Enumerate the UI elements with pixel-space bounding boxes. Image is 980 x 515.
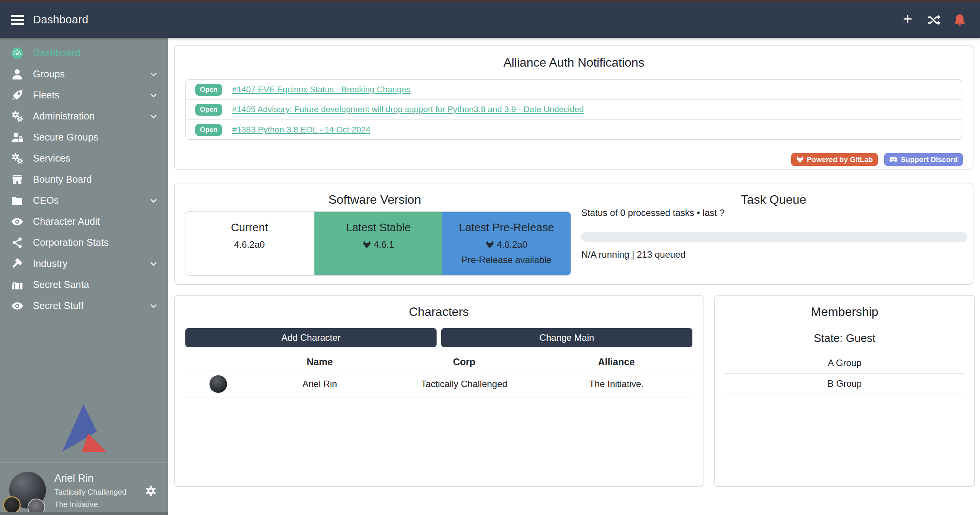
version-prerelease-label: Latest Pre-Release (442, 221, 571, 234)
shuffle-icon[interactable] (926, 12, 942, 28)
membership-state: State: Guest (715, 332, 974, 345)
task-queue-progressbar (581, 232, 967, 242)
sidebar-item-industry[interactable]: Industry (0, 253, 168, 274)
alliance-auth-logo (61, 404, 106, 453)
sidebar-item-services[interactable]: Services (0, 148, 168, 169)
task-queue-counts: N/A running | 213 queued (581, 249, 686, 260)
header-corp: Corp (388, 356, 540, 368)
chevron-down-icon (149, 111, 159, 121)
status-badge: Open (195, 84, 222, 96)
sidebar-item-label: Administration (33, 111, 95, 122)
chevron-down-icon (149, 90, 159, 100)
sidebar-item-corporation-stats[interactable]: Corporation Stats (0, 232, 168, 253)
cell-character-corp: Tactically Challenged (388, 379, 540, 389)
notifications-bell-icon[interactable] (952, 12, 968, 28)
characters-table: Name Corp Alliance Ariel Rin Tactically … (185, 353, 692, 397)
support-discord-badge[interactable]: Support Discord (884, 153, 963, 166)
notification-link[interactable]: #1383 Python 3.8 EOL - 14 Oct 2024 (232, 125, 370, 135)
folder-icon (11, 194, 24, 207)
sidebar-item-label: Industry (33, 258, 68, 269)
characters-title: Characters (175, 305, 703, 319)
change-main-button[interactable]: Change Main (441, 328, 692, 347)
cogs-icon (11, 152, 24, 165)
prerelease-note: Pre-Release available (442, 255, 571, 265)
sidebar-item-ceos[interactable]: CEOs (0, 190, 168, 211)
version-current-label: Current (185, 221, 314, 234)
notification-link[interactable]: #1407 EVE Equinox Status - Breaking Chan… (232, 85, 411, 95)
page-title: Dashboard (33, 13, 88, 26)
version-stable-box: Latest Stable 4.6.1 (314, 212, 443, 275)
user-settings-gear-icon[interactable] (145, 485, 157, 497)
status-badge: Open (195, 104, 222, 116)
sidebar-item-administration[interactable]: Administration (0, 106, 168, 127)
sidebar-item-label: CEOs (33, 195, 59, 206)
notification-item: Open #1405 Advisory: Future development … (186, 100, 962, 120)
add-icon[interactable]: + (900, 12, 916, 28)
version-prerelease-value: 4.6.2a0 (497, 239, 527, 250)
gitlab-tanuki-icon (796, 156, 804, 163)
chevron-down-icon (149, 301, 159, 311)
chevron-down-icon (149, 69, 159, 79)
sidebar-bottom-strip (0, 512, 168, 515)
version-boxes: Current 4.6.2a0 Latest Stable 4.6.1 Late… (185, 211, 571, 276)
user-alliance: The Initiative. (54, 500, 126, 509)
sidebar-user-panel[interactable]: Ariel Rin Tactically Challenged The Init… (0, 463, 168, 515)
sidebar-nav: Dashboard Groups Fleets Administration S… (0, 38, 168, 316)
version-stable-value: 4.6.1 (374, 239, 394, 250)
cell-character-alliance: The Initiative. (540, 379, 692, 389)
membership-groups-list: A Group B Group (725, 353, 965, 394)
header-alliance: Alliance (540, 356, 692, 368)
table-header-row: Name Corp Alliance (185, 353, 692, 371)
header-name: Name (251, 356, 388, 368)
chevron-down-icon (149, 259, 159, 269)
version-current-value: 4.6.2a0 (234, 239, 265, 250)
sidebar-item-label: Corporation Stats (33, 237, 109, 248)
gitlab-tanuki-icon (363, 240, 371, 249)
system-panel: Software Version Task Queue Current 4.6.… (174, 183, 973, 285)
task-queue-title: Task Queue (574, 193, 973, 207)
discord-icon (889, 156, 898, 163)
notification-item: Open #1383 Python 3.8 EOL - 14 Oct 2024 (186, 120, 962, 140)
sidebar-item-fleets[interactable]: Fleets (0, 85, 168, 106)
sidebar-item-bounty-board[interactable]: Bounty Board (0, 169, 168, 190)
version-prerelease-box: Latest Pre-Release 4.6.2a0 Pre-Release a… (442, 212, 571, 275)
sidebar-item-label: Secret Stuff (33, 300, 84, 311)
cell-character-name: Ariel Rin (251, 379, 388, 389)
sidebar-item-label: Secure Groups (33, 132, 98, 143)
rocket-icon (11, 89, 24, 102)
user-lock-icon (11, 131, 24, 144)
table-row: Ariel Rin Tactically Challenged The Init… (185, 371, 692, 397)
cogs-icon (11, 110, 24, 123)
notification-link[interactable]: #1405 Advisory: Future development will … (232, 105, 584, 114)
membership-panel: Membership State: Guest A Group B Group (714, 295, 975, 487)
notification-item: Open #1407 EVE Equinox Status - Breaking… (186, 80, 962, 100)
sidebar-item-groups[interactable]: Groups (0, 64, 168, 85)
notifications-title: Alliance Auth Notifications (175, 56, 973, 70)
user-name: Ariel Rin (54, 472, 126, 484)
sidebar-item-secret-santa[interactable]: Secret Santa (0, 274, 168, 295)
add-character-button[interactable]: Add Character (185, 328, 437, 347)
hammer-icon (11, 257, 24, 270)
sidebar-item-secure-groups[interactable]: Secure Groups (0, 127, 168, 148)
status-badge: Open (195, 124, 222, 136)
notifications-panel: Alliance Auth Notifications Open #1407 E… (174, 45, 973, 170)
task-queue-status: Status of 0 processed tasks • last ? (581, 208, 725, 218)
sidebar-item-secret-stuff[interactable]: Secret Stuff (0, 295, 168, 316)
character-portrait (209, 375, 227, 393)
group-list-item: B Group (725, 374, 965, 394)
sidebar-item-dashboard[interactable]: Dashboard (0, 43, 168, 64)
membership-title: Membership (715, 305, 974, 319)
sidebar-item-character-audit[interactable]: Character Audit (0, 211, 168, 232)
sidebar-item-label: Dashboard (33, 47, 80, 59)
gitlab-tanuki-icon (486, 240, 494, 249)
powered-by-gitlab-badge[interactable]: Powered by GitLab (791, 153, 878, 166)
group-list-item: A Group (725, 353, 965, 374)
corp-logo-badge (3, 496, 21, 514)
store-icon (11, 173, 24, 186)
sidebar-item-label: Services (33, 153, 70, 164)
user-corp: Tactically Challenged (54, 488, 126, 497)
user-icon (11, 68, 24, 81)
software-version-title: Software Version (175, 193, 574, 207)
gifts-icon (11, 278, 24, 291)
menu-toggle-icon[interactable] (9, 11, 26, 28)
